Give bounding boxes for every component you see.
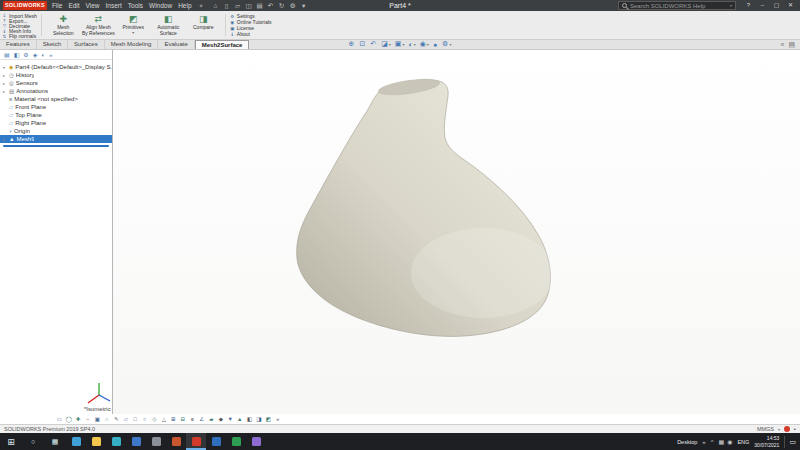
mesh-tool-icon[interactable]: ○ (141, 415, 150, 424)
mesh-tool-icon[interactable]: ∩ (103, 415, 112, 424)
print-icon[interactable]: ▤ (256, 2, 264, 10)
commandmanager-tab[interactable]: Features (0, 40, 37, 49)
new-file-icon[interactable]: ▯ (223, 2, 231, 10)
mesh-tool-icon[interactable]: ◆ (217, 415, 226, 424)
display-style-icon[interactable]: ◐ ▾ (409, 41, 416, 48)
minimize-button[interactable]: – (756, 1, 769, 10)
dropdown-caret-icon[interactable]: ▾ (300, 2, 308, 10)
pin-icon[interactable]: ✦ (197, 2, 206, 9)
ribbon-large-button[interactable]: ◨ Compare (186, 12, 221, 38)
graphics-area[interactable] (113, 50, 800, 414)
mesh-tool-icon[interactable]: □ (131, 415, 140, 424)
help-button[interactable]: ? (742, 1, 755, 10)
menu-item[interactable]: Window (146, 2, 175, 9)
menu-item[interactable]: Edit (65, 2, 82, 9)
desktop-chevron-icon[interactable]: » (702, 439, 705, 445)
tree-item[interactable]: ▸ ▲ Mesh9 (0, 135, 112, 143)
mesh-tool-icon[interactable]: ▰ (207, 415, 216, 424)
tree-item[interactable]: ▱ Front Plane (0, 103, 112, 111)
desktop-toolbar-label[interactable]: Desktop (677, 439, 697, 445)
tree-caret-icon[interactable]: ▸ (3, 89, 7, 94)
ribbon-small-button[interactable]: ⚙ Settings (230, 13, 272, 18)
section-view-icon[interactable]: ◪ ▾ (381, 40, 391, 48)
commandmanager-tab[interactable]: Sketch (37, 40, 68, 49)
tree-caret-icon[interactable]: ▸ (3, 73, 7, 78)
units-indicator[interactable]: MMGS (757, 426, 774, 432)
menu-item[interactable]: Help (175, 2, 194, 9)
start-button[interactable]: ⊞ (0, 433, 22, 450)
save-icon[interactable]: ◫ (245, 2, 253, 10)
taskbar-app[interactable] (146, 433, 166, 450)
mesh-tool-icon[interactable]: ⊞ (169, 415, 178, 424)
commandmanager-tab[interactable]: Evaluate (158, 40, 194, 49)
tree-item[interactable]: ▸ ◷ History (0, 71, 112, 79)
ribbon-large-button[interactable]: ⇄ Align Mesh By References (81, 12, 116, 38)
taskbar-app[interactable] (66, 433, 86, 450)
mesh-tool-icon[interactable]: ▣ (93, 415, 102, 424)
action-center-button[interactable]: ▭ (784, 436, 796, 448)
mesh-tool-icon[interactable]: ▼ (226, 415, 235, 424)
restore-button[interactable]: ▢ (770, 1, 783, 10)
tree-item[interactable]: ▸ ◎ Sensors (0, 79, 112, 87)
tray-volume-icon[interactable]: ◉ (727, 438, 732, 445)
menu-item[interactable]: Tools (125, 2, 146, 9)
tree-item[interactable]: ▱ Top Plane (0, 111, 112, 119)
home-icon[interactable]: ⌂ (212, 2, 220, 10)
menu-item[interactable]: Insert (103, 2, 125, 9)
taskbar-clock[interactable]: 14:53 30/07/2021 (754, 435, 779, 448)
mesh-tool-icon[interactable]: △ (160, 415, 169, 424)
search-caret-icon[interactable]: ▾ (730, 3, 732, 8)
configurationmanager-tab-icon[interactable]: ⚙ (23, 51, 28, 58)
mesh-tool-icon[interactable]: ◨ (255, 415, 264, 424)
taskbar-app[interactable] (106, 433, 126, 450)
taskbar-app[interactable] (246, 433, 266, 450)
ribbon-small-button[interactable]: ◉ Online Tutorials (230, 19, 272, 24)
ribbon-large-button[interactable]: ◩ Primitives ▾ (116, 12, 151, 38)
rollback-bar[interactable] (3, 145, 109, 147)
ribbon-small-button[interactable]: ▣ License (230, 25, 272, 30)
mesh-tool-icon[interactable]: ✎ (112, 415, 121, 424)
shoe-last-model[interactable] (293, 78, 563, 363)
pane-options-icon[interactable]: ▤ (788, 41, 795, 49)
ribbon-small-button[interactable]: ⇅ Flip normals (2, 34, 37, 39)
commandmanager-tab[interactable]: Mesh2Surface (195, 40, 250, 49)
mesh-tool-icon[interactable]: « (274, 415, 283, 424)
mesh-tool-icon[interactable]: ▱ (122, 415, 131, 424)
help-search-box[interactable]: Search SOLIDWORKS Help ▾ (618, 1, 736, 10)
close-button[interactable]: ✕ (784, 1, 797, 10)
tray-network-icon[interactable]: ▦ (719, 438, 725, 445)
undo-icon[interactable]: ↶ (267, 2, 275, 10)
dimxpert-tab-icon[interactable]: ◈ (33, 51, 38, 58)
menu-item[interactable]: View (83, 2, 103, 9)
ribbon-large-button[interactable]: ✚ Mesh Selection (46, 12, 81, 38)
tree-item[interactable]: ▱ Right Plane (0, 119, 112, 127)
zoom-fit-icon[interactable]: ⊕ (349, 40, 356, 48)
mesh-tool-icon[interactable]: ▭ (55, 415, 64, 424)
open-file-icon[interactable]: ▱ (234, 2, 242, 10)
scene-settings-icon[interactable]: ⚙ ▾ (442, 40, 451, 48)
panel-chevron-icon[interactable]: » (49, 52, 52, 58)
mesh-tool-icon[interactable]: ▲ (236, 415, 245, 424)
notification-red-icon[interactable] (784, 426, 790, 432)
ribbon-large-button[interactable]: ◧ Automatic Surface (151, 12, 186, 38)
ribbon-small-button[interactable]: ℹ About (230, 31, 272, 36)
rebuild-icon[interactable]: ↻ (278, 2, 286, 10)
mesh-tool-icon[interactable]: ◩ (264, 415, 273, 424)
taskbar-app-solidworks[interactable] (186, 433, 206, 450)
tree-caret-icon[interactable]: ▸ (3, 137, 7, 142)
collapse-chevron-icon[interactable]: « (780, 41, 784, 49)
language-indicator[interactable]: ENG (737, 439, 749, 445)
task-view-button[interactable]: ▦ (44, 433, 66, 450)
taskbar-app[interactable] (126, 433, 146, 450)
taskbar-app[interactable] (206, 433, 226, 450)
hide-show-items-icon[interactable]: ◉ ▾ (420, 40, 429, 48)
tree-caret-icon[interactable]: ▾ (3, 65, 7, 70)
commandmanager-tab[interactable]: Mesh Modeling (105, 40, 159, 49)
mesh-tool-icon[interactable]: ◇ (150, 415, 159, 424)
hidden-icons-chevron[interactable]: ^ (711, 439, 714, 445)
featuremanager-tab-icon[interactable]: ▤ (4, 51, 10, 58)
taskbar-app[interactable] (226, 433, 246, 450)
mesh-tool-icon[interactable]: − (84, 415, 93, 424)
mesh-tool-icon[interactable]: ◯ (65, 415, 74, 424)
taskbar-app[interactable] (86, 433, 106, 450)
